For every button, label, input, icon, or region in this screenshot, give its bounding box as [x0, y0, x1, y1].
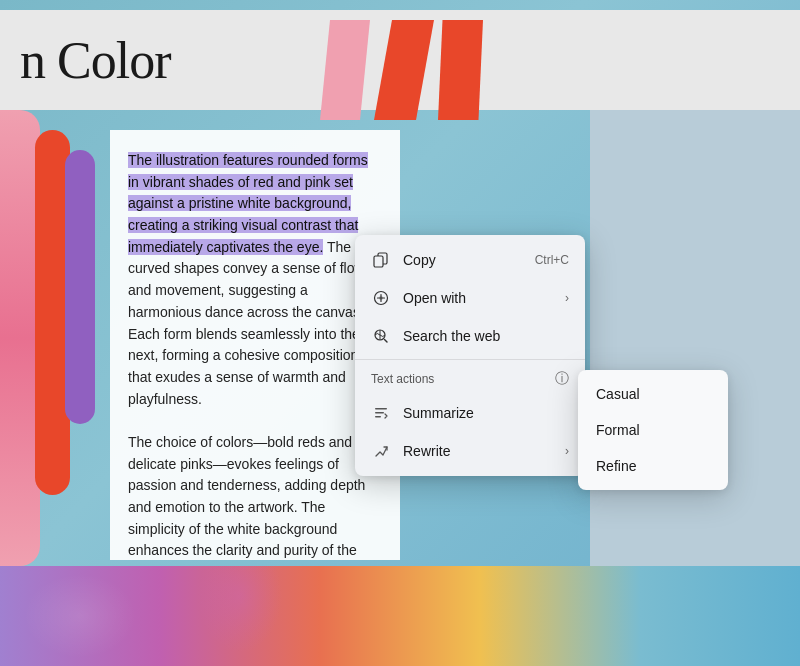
shape-pink [320, 20, 370, 120]
title-area: n Color [0, 10, 800, 110]
refine-submenu-item[interactable]: Refine [578, 448, 728, 484]
copy-menu-item[interactable]: Copy Ctrl+C [355, 241, 585, 279]
svg-point-3 [379, 296, 383, 300]
menu-divider-1 [355, 359, 585, 360]
open-with-arrow: › [565, 291, 569, 305]
shape-orange [438, 20, 483, 120]
shape-red [374, 20, 434, 120]
rewrite-submenu: Casual Formal Refine [578, 370, 728, 490]
copy-label: Copy [403, 252, 535, 268]
summarize-label: Summarize [403, 405, 569, 421]
text-actions-header: Text actions ⓘ [355, 364, 585, 394]
context-menu: Copy Ctrl+C Open with › Search the web [355, 235, 585, 476]
decorative-shapes-top [320, 20, 580, 120]
search-web-label: Search the web [403, 328, 569, 344]
right-panel [590, 110, 800, 566]
bottom-decorative-area [0, 566, 800, 666]
search-web-icon [371, 326, 391, 346]
svg-rect-5 [375, 408, 387, 410]
casual-submenu-item[interactable]: Casual [578, 376, 728, 412]
svg-rect-7 [375, 416, 381, 418]
summarize-icon [371, 403, 391, 423]
bottom-swirls [0, 566, 800, 666]
article-text: The illustration features rounded forms … [128, 150, 382, 410]
open-with-label: Open with [403, 290, 557, 306]
strip-purple [65, 150, 95, 424]
text-actions-label: Text actions [371, 372, 434, 386]
strip-pink [0, 110, 40, 566]
formal-submenu-item[interactable]: Formal [578, 412, 728, 448]
body-text-1: The soft, curved shapes convey a sense o… [128, 239, 381, 407]
open-with-menu-item[interactable]: Open with › [355, 279, 585, 317]
copy-icon [371, 250, 391, 270]
page-title: n Color [20, 31, 170, 90]
rewrite-icon [371, 441, 391, 461]
copy-shortcut: Ctrl+C [535, 253, 569, 267]
svg-rect-6 [375, 412, 384, 414]
svg-rect-1 [374, 256, 383, 267]
body-text-2: The choice of colors—bold reds and delic… [128, 432, 382, 560]
info-icon: ⓘ [555, 370, 569, 388]
rewrite-label: Rewrite [403, 443, 557, 459]
search-web-menu-item[interactable]: Search the web [355, 317, 585, 355]
open-with-icon [371, 288, 391, 308]
rewrite-arrow: › [565, 444, 569, 458]
rewrite-menu-item[interactable]: Rewrite › [355, 432, 585, 470]
left-decorative-strip [0, 110, 110, 566]
summarize-menu-item[interactable]: Summarize [355, 394, 585, 432]
